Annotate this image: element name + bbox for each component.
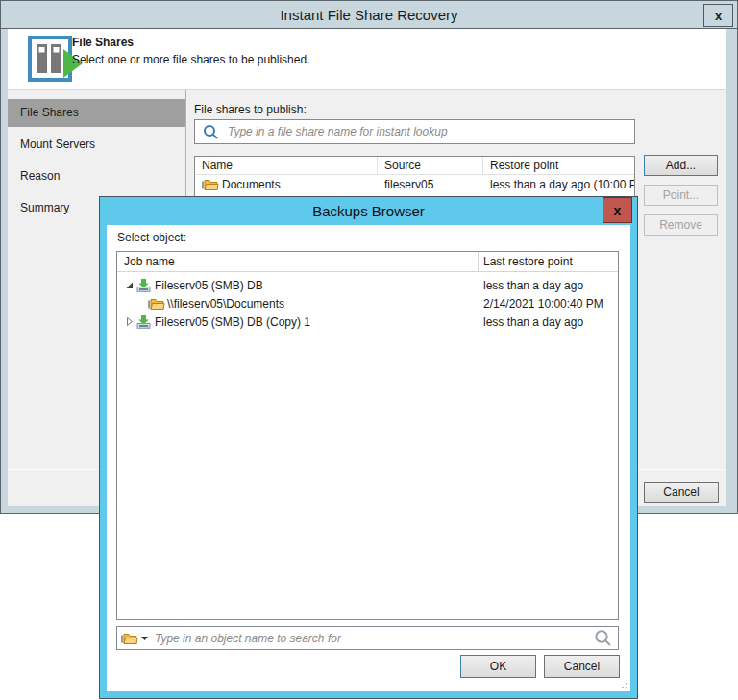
tree-cell-value: less than a day ago bbox=[479, 279, 618, 292]
table-row[interactable]: Documents fileserv05 less than a day ago… bbox=[195, 175, 634, 193]
dialog-title: Backups Browser bbox=[312, 203, 425, 219]
column-header-source[interactable]: Source bbox=[378, 157, 483, 174]
window-titlebar: Instant File Share Recovery x bbox=[1, 1, 737, 29]
close-icon: x bbox=[614, 203, 622, 218]
tree-row-share[interactable]: \\fileserv05\Documents 2/14/2021 10:00:4… bbox=[117, 294, 618, 312]
column-header-restore-point[interactable]: Restore point bbox=[483, 157, 634, 174]
column-header-job-name[interactable]: Job name bbox=[117, 252, 479, 271]
object-search-input[interactable] bbox=[153, 631, 588, 646]
search-icon[interactable] bbox=[594, 629, 612, 647]
sidebar-item-mount-servers[interactable]: Mount Servers bbox=[8, 131, 185, 159]
share-folder-icon bbox=[202, 178, 219, 191]
cell-restore-point: less than a day ago (10:00 PM Sunday 2..… bbox=[483, 178, 634, 191]
cell-name: Documents bbox=[195, 178, 378, 191]
dialog-close-button[interactable]: x bbox=[603, 197, 632, 223]
select-object-label: Select object: bbox=[117, 231, 186, 244]
object-search-box bbox=[116, 626, 619, 650]
share-folder-icon bbox=[148, 297, 166, 311]
tree-cell-value: 2/14/2021 10:00:40 PM bbox=[479, 297, 618, 311]
step-title: File Shares bbox=[72, 36, 134, 49]
dialog-cancel-button[interactable]: Cancel bbox=[544, 655, 620, 678]
tree-cell-label: \\fileserv05\Documents bbox=[117, 297, 479, 311]
column-header-last-restore-point[interactable]: Last restore point bbox=[479, 252, 618, 271]
point-button[interactable]: Point... bbox=[644, 185, 718, 206]
sidebar-item-reason[interactable]: Reason bbox=[8, 162, 185, 190]
ok-button[interactable]: OK bbox=[460, 655, 536, 678]
tree-rows: Fileserv05 (SMB) DB less than a day ago bbox=[117, 272, 618, 331]
tree-cell-label: Fileserv05 (SMB) DB bbox=[117, 278, 479, 293]
tree-cell-label: Fileserv05 (SMB) DB (Copy) 1 bbox=[117, 314, 479, 330]
tree-cell-value: less than a day ago bbox=[479, 315, 618, 329]
file-share-search-input[interactable] bbox=[226, 124, 634, 139]
tree-header: Job name Last restore point bbox=[117, 252, 618, 272]
file-shares-list-label: File shares to publish: bbox=[194, 103, 307, 116]
file-share-search-box bbox=[194, 119, 635, 144]
backup-job-icon bbox=[135, 278, 154, 293]
column-header-name[interactable]: Name bbox=[195, 157, 378, 174]
file-shares-table-header: Name Source Restore point bbox=[195, 157, 634, 175]
window-close-button[interactable]: x bbox=[703, 4, 733, 27]
collapsed-arrow-icon[interactable] bbox=[123, 316, 135, 327]
search-filter-dropdown[interactable] bbox=[117, 627, 153, 649]
close-icon: x bbox=[715, 10, 722, 22]
sidebar-item-file-shares[interactable]: File Shares bbox=[8, 99, 185, 127]
expanded-arrow-icon[interactable] bbox=[123, 281, 135, 290]
cancel-button[interactable]: Cancel bbox=[644, 482, 719, 503]
add-button[interactable]: Add... bbox=[644, 155, 718, 176]
backup-objects-tree: Job name Last restore point bbox=[116, 251, 619, 620]
chevron-down-icon bbox=[141, 637, 148, 640]
cell-source: fileserv05 bbox=[378, 178, 483, 191]
tree-row-job-1[interactable]: Fileserv05 (SMB) DB less than a day ago bbox=[117, 276, 618, 294]
share-folder-icon bbox=[121, 632, 138, 645]
backup-job-icon bbox=[135, 314, 154, 330]
dialog-content: Select object: Job name Last restore poi… bbox=[107, 225, 630, 691]
step-subtitle: Select one or more file shares to be pub… bbox=[72, 53, 309, 66]
dialog-titlebar: Backups Browser x bbox=[100, 197, 637, 225]
resize-grip[interactable] bbox=[619, 680, 627, 688]
search-icon bbox=[203, 124, 219, 140]
tree-row-job-2[interactable]: Fileserv05 (SMB) DB (Copy) 1 less than a… bbox=[117, 312, 618, 331]
backups-browser-dialog: Backups Browser x Select object: Job nam… bbox=[99, 196, 638, 699]
wizard-step-header: File Shares Select one or more file shar… bbox=[8, 29, 726, 90]
remove-button[interactable]: Remove bbox=[644, 214, 718, 236]
window-title: Instant File Share Recovery bbox=[280, 7, 457, 23]
